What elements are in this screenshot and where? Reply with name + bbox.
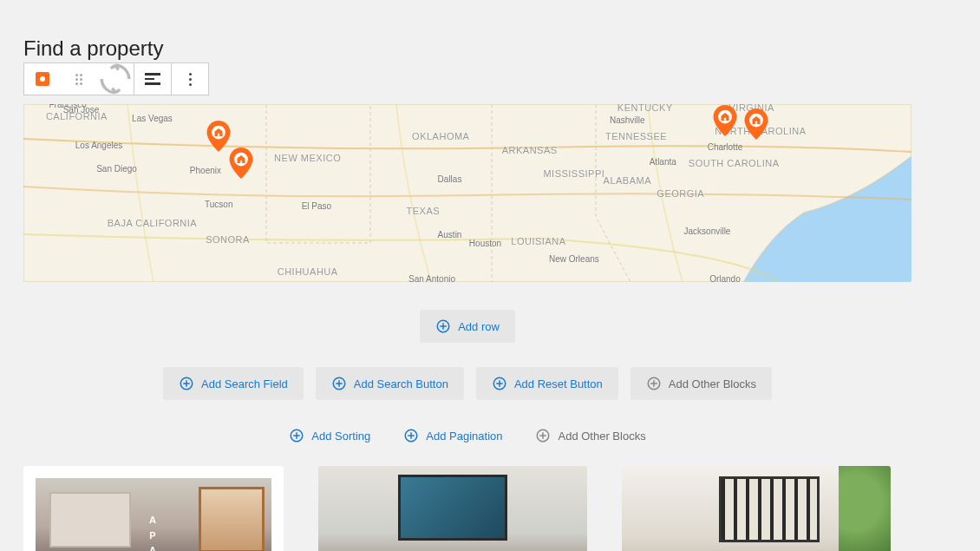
drag-icon bbox=[75, 74, 82, 85]
align-icon bbox=[145, 73, 160, 85]
add-sorting-button[interactable]: Add Sorting bbox=[278, 424, 381, 447]
listing-image: APARTMENTRENT bbox=[622, 466, 891, 551]
add-search-button-button[interactable]: Add Search Button bbox=[316, 367, 464, 400]
plus-circle-icon bbox=[179, 376, 194, 391]
map-label: Las Vegas bbox=[132, 114, 173, 123]
map-label: NEW MEXICO bbox=[274, 153, 341, 163]
map-label: KENTUCKY bbox=[617, 104, 673, 113]
plus-circle-icon bbox=[403, 428, 419, 443]
toolbar-drag-button[interactable] bbox=[61, 63, 97, 95]
actions: Add row Add Search FieldAdd Search Butto… bbox=[23, 310, 911, 447]
pill-label: Add Search Field bbox=[201, 377, 288, 390]
pill-label: Add Sorting bbox=[311, 430, 370, 443]
map-label: New Orleans bbox=[549, 254, 599, 264]
map-marker[interactable] bbox=[744, 108, 768, 140]
map-marker[interactable] bbox=[229, 148, 253, 179]
map-label: MISSISSIPPI bbox=[543, 168, 604, 179]
pill-label: Add Pagination bbox=[426, 430, 502, 443]
map-label: GEORGIA bbox=[657, 188, 704, 199]
page-title: Find a property bbox=[23, 36, 957, 61]
pill-label: Add Other Blocks bbox=[669, 377, 756, 390]
listing-cards: A P AHOUSERENTAPARTMENTRENT bbox=[23, 466, 911, 551]
map-label: Los Angeles bbox=[75, 141, 123, 150]
map-label: Jacksonville bbox=[684, 226, 731, 235]
map-label: El Paso bbox=[302, 200, 331, 210]
map-label: Charlotte bbox=[708, 142, 743, 152]
add-row-button[interactable]: Add row bbox=[420, 310, 515, 343]
add-other-blocks-button[interactable]: Add Other Blocks bbox=[525, 424, 656, 447]
map-label: CHIHUAHUA bbox=[278, 266, 338, 277]
toolbar-more-button[interactable] bbox=[172, 63, 208, 95]
map-label: Atlanta bbox=[650, 156, 676, 166]
map-marker[interactable] bbox=[206, 121, 231, 152]
listing-card[interactable]: HOUSERENT bbox=[318, 466, 587, 551]
more-icon bbox=[189, 73, 192, 86]
plus-circle-icon bbox=[435, 318, 451, 334]
add-row-label: Add row bbox=[458, 320, 500, 333]
map[interactable]: FranciscoSan JoseCALIFORNIALas VegasLos … bbox=[23, 104, 911, 282]
map-label: Austin bbox=[438, 229, 462, 239]
map-label: ARKANSAS bbox=[502, 145, 558, 155]
map-label: LOUISIANA bbox=[511, 236, 565, 246]
map-label: Dallas bbox=[438, 174, 462, 184]
map-label: San Diego bbox=[96, 163, 137, 173]
map-label: SOUTH CAROLINA bbox=[689, 158, 780, 168]
map-label: Tucson bbox=[205, 199, 232, 208]
map-label: SONORA bbox=[206, 234, 250, 245]
plus-circle-icon bbox=[646, 376, 662, 391]
map-label: Phoenix bbox=[190, 165, 221, 174]
listing-card[interactable]: APARTMENTRENT bbox=[622, 466, 891, 551]
toolbar-align-button[interactable] bbox=[134, 63, 171, 95]
map-label: Orlando bbox=[709, 273, 741, 282]
map-label: Nashville bbox=[610, 115, 645, 125]
map-label: Houston bbox=[469, 238, 501, 247]
toolbar-transform-button[interactable] bbox=[97, 63, 134, 95]
listing-image: A P A bbox=[36, 478, 271, 551]
plus-circle-icon bbox=[331, 376, 347, 391]
add-other-blocks-button[interactable]: Add Other Blocks bbox=[630, 367, 772, 400]
listing-card[interactable]: A P A bbox=[23, 466, 284, 551]
toolbar-settings-button[interactable] bbox=[24, 63, 61, 95]
plus-circle-icon bbox=[289, 428, 304, 443]
map-label: CALIFORNIA bbox=[46, 111, 108, 121]
pill-label: Add Other Blocks bbox=[558, 430, 645, 443]
map-label: ALABAMA bbox=[604, 175, 651, 186]
plus-circle-icon bbox=[492, 376, 507, 391]
map-label: San Antonio bbox=[408, 273, 455, 282]
settings-icon bbox=[36, 72, 49, 86]
map-label: BAJA CALIFORNIA bbox=[108, 218, 197, 228]
transform-icon bbox=[97, 61, 134, 97]
block-toolbar bbox=[23, 62, 209, 95]
add-reset-button-button[interactable]: Add Reset Button bbox=[476, 367, 618, 400]
map-label: OKLAHOMA bbox=[412, 131, 469, 141]
add-pagination-button[interactable]: Add Pagination bbox=[393, 424, 513, 447]
map-label: TEXAS bbox=[407, 206, 441, 216]
pill-label: Add Reset Button bbox=[514, 377, 603, 390]
listing-image: HOUSERENT bbox=[318, 466, 587, 551]
pill-label: Add Search Button bbox=[354, 377, 448, 390]
map-marker[interactable] bbox=[713, 105, 737, 136]
map-label: TENNESSEE bbox=[605, 131, 667, 141]
plus-circle-icon bbox=[535, 428, 551, 443]
listing-vert-label: A P A bbox=[149, 513, 158, 551]
add-search-field-button[interactable]: Add Search Field bbox=[163, 367, 304, 400]
